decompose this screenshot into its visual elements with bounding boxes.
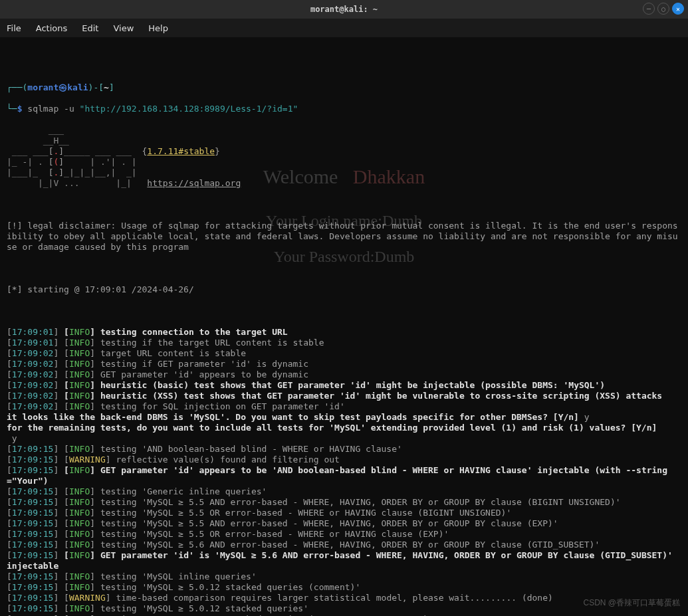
window-controls: ─ ◯ ✕ (643, 3, 684, 15)
menubar: File Actions Edit View Help (0, 19, 688, 37)
terminal-content: ┌──(morant㉿kali)-[~] └─$ sqlmap -u "http… (7, 72, 681, 616)
close-button[interactable]: ✕ (672, 3, 684, 15)
menu-view[interactable]: View (113, 23, 134, 33)
legal-disclaimer: [!] legal disclaimer: Usage of sqlmap fo… (7, 221, 681, 253)
minimize-button[interactable]: ─ (643, 3, 655, 15)
titlebar: morant@kali: ~ ─ ◯ ✕ (0, 0, 688, 19)
window-title: morant@kali: ~ (0, 5, 688, 14)
menu-file[interactable]: File (7, 23, 21, 33)
maximize-button[interactable]: ◯ (657, 3, 669, 15)
menu-edit[interactable]: Edit (82, 23, 98, 33)
menu-help[interactable]: Help (148, 23, 168, 33)
terminal-viewport[interactable]: Welcome Dhakkan Your Login name:Dumb You… (0, 37, 688, 616)
starting-line: [*] starting @ 17:09:01 /2024-04-26/ (7, 284, 681, 295)
sqlmap-ascii-banner: ___ __H__ ___ ___[.]_____ ___ ___ {1.7.1… (7, 125, 681, 189)
prompt-line-1: ┌──(morant㉿kali)-[~] (7, 82, 681, 93)
menu-actions[interactable]: Actions (36, 23, 68, 33)
log-output: [17:09:01] [INFO] testing connection to … (7, 327, 681, 616)
terminal-window: { "titlebar": { "title": "morant@kali: ~… (0, 0, 688, 616)
prompt-line-2: └─$ sqlmap -u "http://192.168.134.128:89… (7, 104, 681, 114)
